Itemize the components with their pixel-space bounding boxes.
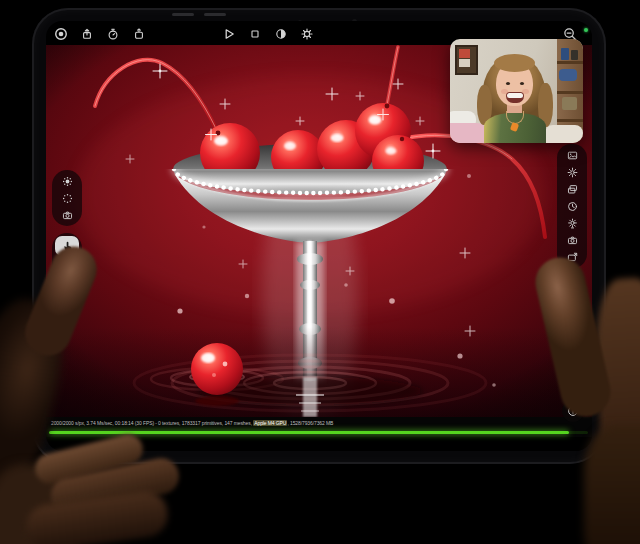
left-toolbar-navigation <box>52 233 82 293</box>
right-toolbar <box>557 144 587 268</box>
stopwatch-icon[interactable] <box>104 26 121 43</box>
marketing-scene: 2000/2000 s/px, 3.74 Ms/sec, 00:18:14 (3… <box>0 0 640 544</box>
render-stats: 2000/2000 s/px, 3.74 Ms/sec, 00:18:14 (3… <box>51 420 333 426</box>
render-progress-track <box>49 431 588 434</box>
render-settings-icon[interactable] <box>298 26 315 43</box>
image-export-icon[interactable] <box>561 249 583 265</box>
stats-right: , 1528/7936/7362 MB <box>287 420 333 426</box>
wall-art <box>455 45 478 75</box>
touch-icon[interactable] <box>55 236 79 256</box>
image-stack-icon[interactable] <box>561 181 583 197</box>
left-toolbar-lighting <box>52 170 82 226</box>
image-icon[interactable] <box>561 147 583 163</box>
gpu-label: Apple M4 GPU <box>253 420 287 426</box>
top-toolbar-center <box>220 23 315 45</box>
record-icon[interactable] <box>52 26 69 43</box>
share-icon[interactable] <box>78 26 95 43</box>
gear-icon[interactable] <box>561 164 583 180</box>
ipad-screen: 2000/2000 s/px, 3.74 Ms/sec, 00:18:14 (3… <box>46 21 592 451</box>
render-preview-icon[interactable] <box>272 26 289 43</box>
info-icon[interactable] <box>562 400 584 422</box>
volume-button <box>204 13 226 16</box>
stop-icon[interactable] <box>246 26 263 43</box>
left-hand-finger <box>23 488 170 544</box>
camera-icon[interactable] <box>56 207 78 223</box>
light-rig-icon[interactable] <box>561 215 583 231</box>
smile <box>506 92 524 103</box>
stats-left: 2000/2000 s/px, 3.74 Ms/sec, 00:18:14 (3… <box>51 420 253 426</box>
bell-icon[interactable] <box>562 373 584 395</box>
floating-buttons <box>562 373 584 422</box>
left-hand-finger <box>48 455 183 517</box>
volume-button <box>172 13 194 16</box>
capture-icon[interactable] <box>130 26 147 43</box>
render-status-bar: 2000/2000 s/px, 3.74 Ms/sec, 00:18:14 (3… <box>46 417 592 437</box>
left-hand-knuckles <box>0 464 76 544</box>
render-progress-bar <box>49 431 569 434</box>
facetime-pip[interactable] <box>450 39 583 143</box>
play-icon[interactable] <box>220 26 237 43</box>
dotted-circle-icon[interactable] <box>56 190 78 206</box>
couch <box>545 125 583 143</box>
clock-icon[interactable] <box>561 198 583 214</box>
camera-active-indicator <box>584 28 588 32</box>
light-icon[interactable] <box>56 173 78 189</box>
orbit-icon[interactable] <box>56 257 78 273</box>
camera-icon[interactable] <box>561 232 583 248</box>
checkerboard-icon[interactable] <box>56 274 78 290</box>
top-toolbar-left <box>52 23 147 45</box>
